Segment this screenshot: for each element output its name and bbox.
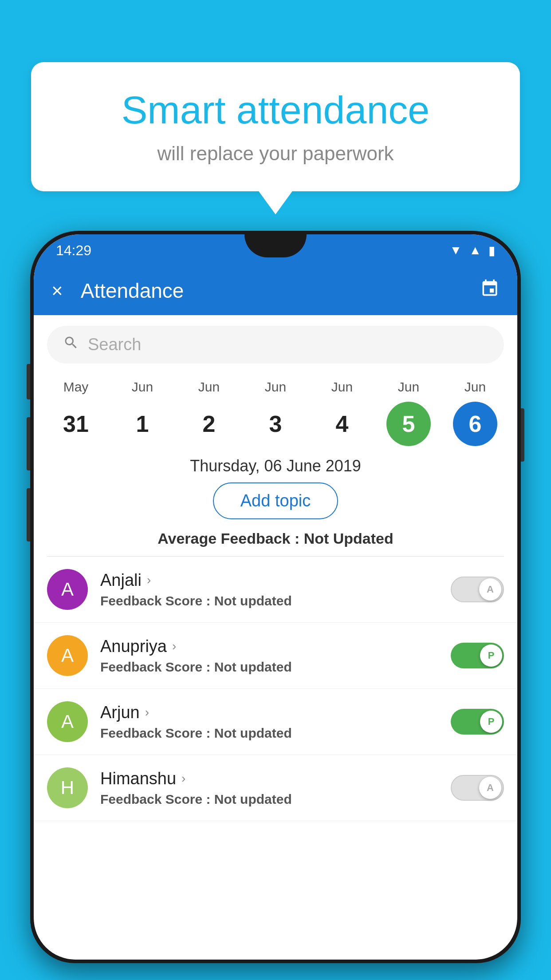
calendar-day-4[interactable]: Jun 4 — [311, 379, 373, 446]
student-list: A Anjali › Feedback Score : Not updated — [34, 557, 517, 821]
avatar-arjun: A — [47, 701, 88, 742]
student-info-anupriya: Anupriya › Feedback Score : Not updated — [100, 637, 438, 675]
app-bar: × Attendance — [34, 266, 517, 315]
search-bar[interactable]: Search — [47, 326, 504, 364]
cal-date-6: 6 — [453, 402, 497, 446]
feedback-prefix: Average Feedback : — [157, 530, 303, 547]
cal-month-3: Jun — [265, 379, 286, 395]
side-button-left-1 — [27, 364, 30, 399]
chevron-icon-himanshu: › — [181, 771, 185, 786]
student-info-anjali: Anjali › Feedback Score : Not updated — [100, 571, 438, 609]
close-button[interactable]: × — [51, 280, 63, 302]
calendar-row: May 31 Jun 1 Jun 2 Jun 3 — [34, 371, 517, 446]
student-name-anjali: Anjali › — [100, 571, 438, 590]
cal-month-0: May — [63, 379, 89, 395]
student-feedback-arjun: Feedback Score : Not updated — [100, 726, 438, 741]
attendance-toggle-anjali[interactable]: A — [451, 577, 504, 602]
cal-month-2: Jun — [198, 379, 220, 395]
cal-date-3: 3 — [253, 402, 298, 446]
phone-screen: 14:29 ▼ ▲ ▮ × Attendance — [34, 234, 517, 960]
app-bar-title: Attendance — [81, 279, 462, 303]
toggle-track-himanshu: A — [451, 775, 504, 801]
calendar-day-2[interactable]: Jun 2 — [178, 379, 240, 446]
feedback-value: Not Updated — [304, 530, 394, 547]
student-info-himanshu: Himanshu › Feedback Score : Not updated — [100, 769, 438, 807]
search-icon — [63, 335, 79, 355]
toggle-thumb-anjali: A — [479, 578, 501, 601]
student-item-anupriya[interactable]: A Anupriya › Feedback Score : Not update… — [34, 623, 517, 689]
status-icons: ▼ ▲ ▮ — [450, 243, 495, 258]
wifi-icon: ▼ — [450, 243, 462, 257]
bubble-title: Smart attendance — [67, 89, 484, 132]
toggle-track-arjun: P — [451, 709, 504, 735]
cal-month-1: Jun — [132, 379, 153, 395]
cal-month-4: Jun — [331, 379, 353, 395]
phone-inner: 14:29 ▼ ▲ ▮ × Attendance — [34, 234, 517, 960]
attendance-toggle-himanshu[interactable]: A — [451, 775, 504, 801]
student-info-arjun: Arjun › Feedback Score : Not updated — [100, 703, 438, 741]
cal-date-4: 4 — [320, 402, 364, 446]
student-name-arjun: Arjun › — [100, 703, 438, 722]
speech-bubble: Smart attendance will replace your paper… — [31, 62, 520, 191]
student-item-himanshu[interactable]: H Himanshu › Feedback Score : Not update… — [34, 755, 517, 821]
student-name-anupriya: Anupriya › — [100, 637, 438, 656]
toggle-track-anjali: A — [451, 577, 504, 602]
avatar-himanshu: H — [47, 767, 88, 808]
average-feedback-label: Average Feedback : Not Updated — [34, 530, 517, 556]
speech-bubble-container: Smart attendance will replace your paper… — [31, 62, 520, 191]
avatar-anupriya: A — [47, 635, 88, 676]
student-name-himanshu: Himanshu › — [100, 769, 438, 788]
phone-container: 14:29 ▼ ▲ ▮ × Attendance — [30, 231, 521, 980]
battery-icon: ▮ — [488, 243, 495, 258]
chevron-icon-anupriya: › — [172, 639, 176, 653]
toggle-thumb-anupriya: P — [480, 644, 502, 667]
calendar-day-5[interactable]: Jun 5 — [378, 379, 440, 446]
status-bar: 14:29 ▼ ▲ ▮ — [34, 234, 517, 266]
phone-outer: 14:29 ▼ ▲ ▮ × Attendance — [30, 231, 521, 963]
student-feedback-anjali: Feedback Score : Not updated — [100, 593, 438, 609]
add-topic-button[interactable]: Add topic — [213, 482, 338, 519]
chevron-icon-anjali: › — [147, 573, 151, 587]
calendar-day-0[interactable]: May 31 — [45, 379, 107, 446]
avatar-anjali: A — [47, 569, 88, 610]
cal-date-0: 31 — [54, 402, 98, 446]
student-item-arjun[interactable]: A Arjun › Feedback Score : Not updated — [34, 689, 517, 755]
student-item-anjali[interactable]: A Anjali › Feedback Score : Not updated — [34, 557, 517, 623]
status-time: 14:29 — [56, 242, 91, 259]
side-button-left-3 — [27, 488, 30, 541]
bubble-subtitle: will replace your paperwork — [67, 142, 484, 165]
selected-date-label: Thursday, 06 June 2019 — [34, 446, 517, 482]
toggle-track-anupriya: P — [451, 643, 504, 668]
student-feedback-anupriya: Feedback Score : Not updated — [100, 660, 438, 675]
toggle-thumb-himanshu: A — [479, 777, 501, 799]
calendar-day-1[interactable]: Jun 1 — [111, 379, 173, 446]
cal-date-1: 1 — [120, 402, 165, 446]
cal-month-6: Jun — [464, 379, 486, 395]
chevron-icon-arjun: › — [145, 705, 149, 719]
cal-month-5: Jun — [398, 379, 419, 395]
calendar-day-3[interactable]: Jun 3 — [244, 379, 307, 446]
side-button-left-2 — [27, 417, 30, 470]
side-button-right — [521, 408, 524, 462]
notch — [244, 234, 307, 257]
student-feedback-himanshu: Feedback Score : Not updated — [100, 792, 438, 807]
toggle-thumb-arjun: P — [480, 711, 502, 733]
cal-date-2: 2 — [187, 402, 231, 446]
signal-icon: ▲ — [469, 243, 481, 257]
search-placeholder: Search — [88, 335, 141, 354]
calendar-icon[interactable] — [480, 279, 500, 303]
calendar-day-6[interactable]: Jun 6 — [444, 379, 506, 446]
attendance-toggle-arjun[interactable]: P — [451, 709, 504, 735]
attendance-toggle-anupriya[interactable]: P — [451, 643, 504, 668]
cal-date-5: 5 — [386, 402, 431, 446]
